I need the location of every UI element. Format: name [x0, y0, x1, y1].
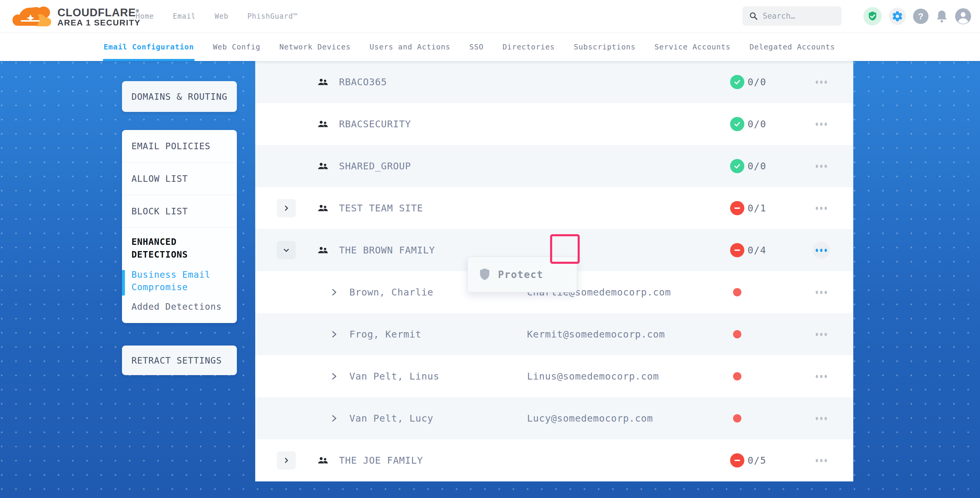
tab-web-config[interactable]: Web Config: [213, 33, 261, 61]
config-tab-bar: Email Configuration Web Config Network D…: [0, 33, 980, 61]
primary-nav: Home Email Web PhishGuard™: [135, 0, 298, 33]
tab-email-configuration[interactable]: Email Configuration: [103, 33, 194, 61]
search-icon: [749, 11, 758, 21]
row-name: SHARED_GROUP: [339, 161, 411, 172]
group-icon: [317, 455, 329, 466]
member-chevron-icon: [331, 288, 337, 296]
sidebar-item-retract-settings[interactable]: RETRACT SETTINGS: [122, 345, 237, 375]
row-menu-button[interactable]: [813, 73, 830, 91]
row-email: Linus@somedemocorp.com: [527, 371, 659, 382]
status-dot: [733, 288, 741, 296]
protection-count: 0/0: [748, 76, 767, 88]
row-menu-button[interactable]: [813, 452, 830, 469]
tab-users-and-actions[interactable]: Users and Actions: [369, 33, 450, 61]
member-chevron-icon: [331, 372, 337, 380]
nav-item-phishguard[interactable]: PhishGuard™: [247, 12, 298, 21]
sidebar-item-email-policies[interactable]: EMAIL POLICIES: [122, 130, 237, 162]
protection-count: 0/1: [748, 202, 767, 214]
nav-item-web[interactable]: Web: [215, 12, 228, 21]
table-row[interactable]: Van Pelt, Lucy Lucy@somedemocorp.com: [255, 397, 853, 439]
tab-subscriptions[interactable]: Subscriptions: [574, 33, 636, 61]
tab-delegated-accounts[interactable]: Delegated Accounts: [749, 33, 835, 61]
protection-status-icon[interactable]: [863, 7, 882, 25]
sidebar-label: BLOCK LIST: [132, 206, 188, 216]
cloudflare-logo[interactable]: CLOUDFLARE® AREA 1 SECURITY: [13, 3, 141, 30]
expand-toggle-button[interactable]: [277, 241, 296, 259]
tab-network-devices[interactable]: Network Devices: [280, 33, 351, 61]
sidebar-label: RETRACT SETTINGS: [132, 355, 222, 366]
sidebar-label: EMAIL POLICIES: [132, 141, 210, 151]
sidebar-item-allow-list[interactable]: ALLOW LIST: [122, 162, 237, 195]
row-menu-button[interactable]: [813, 200, 830, 217]
table-row[interactable]: Van Pelt, Linus Linus@somedemocorp.com: [255, 355, 853, 397]
row-menu-button[interactable]: [813, 410, 830, 427]
enhanced-detections-title: ENHANCED DETECTIONS: [132, 235, 229, 261]
status-badge: [730, 117, 745, 131]
table-row[interactable]: RBACO365 0/0: [255, 61, 853, 103]
content-area: DOMAINS & ROUTING EMAIL POLICIES ALLOW L…: [0, 61, 980, 498]
top-bar: CLOUDFLARE® AREA 1 SECURITY Home Email W…: [0, 0, 980, 33]
search-input[interactable]: [762, 11, 834, 21]
settings-gear-icon[interactable]: [889, 8, 906, 25]
row-menu-button[interactable]: [813, 116, 830, 133]
row-name: TEST TEAM SITE: [339, 202, 423, 214]
help-icon[interactable]: ?: [913, 9, 929, 24]
row-name: RBACO365: [339, 76, 387, 88]
group-icon: [317, 76, 329, 88]
nav-item-email[interactable]: Email: [173, 12, 196, 21]
row-name: Van Pelt, Linus: [349, 371, 439, 382]
shield-icon: [479, 268, 490, 281]
user-avatar-icon[interactable]: [955, 8, 971, 24]
expand-toggle-button[interactable]: [277, 199, 296, 217]
row-menu-button[interactable]: [813, 326, 830, 343]
table-row[interactable]: TEST TEAM SITE 0/1: [255, 187, 853, 229]
status-dot: [733, 330, 741, 339]
cloudflare-cloud-icon: [13, 3, 56, 30]
status-badge: [730, 453, 745, 468]
row-menu-button[interactable]: [813, 242, 830, 259]
row-name: THE BROWN FAMILY: [339, 245, 435, 256]
table-row[interactable]: Frog, Kermit Kermit@somedemocorp.com: [255, 313, 853, 355]
status-badge: [730, 75, 745, 89]
protection-count: 0/5: [748, 455, 767, 466]
row-name: RBACSECURITY: [339, 118, 411, 130]
sidebar-item-business-email-compromise[interactable]: Business Email Compromise: [132, 269, 229, 293]
row-menu-button[interactable]: [813, 284, 830, 301]
row-menu-button[interactable]: [813, 158, 830, 175]
row-name: Frog, Kermit: [349, 329, 421, 340]
tab-service-accounts[interactable]: Service Accounts: [655, 33, 731, 61]
status-badge: [730, 159, 745, 173]
sidebar-policies-card: EMAIL POLICIES ALLOW LIST BLOCK LIST ENH…: [122, 130, 237, 323]
protect-menu-item[interactable]: Protect: [498, 269, 543, 280]
sidebar-label: ALLOW LIST: [132, 173, 188, 184]
enhanced-detections-section: ENHANCED DETECTIONS Business Email Compr…: [122, 228, 237, 313]
table-row[interactable]: THE JOE FAMILY 0/5: [255, 439, 853, 481]
search-box[interactable]: [743, 6, 842, 26]
annotation-highlight-box: [550, 234, 580, 264]
row-menu-button[interactable]: [813, 368, 830, 385]
sidebar-item-block-list[interactable]: BLOCK LIST: [122, 195, 237, 228]
table-row[interactable]: SHARED_GROUP 0/0: [255, 145, 853, 187]
protection-count: 0/0: [748, 118, 767, 130]
status-dot: [733, 372, 741, 380]
tab-sso[interactable]: SSO: [469, 33, 484, 61]
row-name: THE JOE FAMILY: [339, 455, 423, 466]
area1-security-app: CLOUDFLARE® AREA 1 SECURITY Home Email W…: [0, 0, 980, 498]
brand-text: CLOUDFLARE® AREA 1 SECURITY: [57, 5, 141, 27]
notifications-bell-icon[interactable]: [935, 10, 948, 23]
nav-item-home[interactable]: Home: [135, 12, 154, 21]
sidebar-item-domains-routing[interactable]: DOMAINS & ROUTING: [122, 81, 237, 112]
protection-count: 0/4: [748, 245, 767, 256]
expand-toggle-button[interactable]: [277, 451, 296, 469]
brand-title: CLOUDFLARE®: [57, 5, 141, 18]
tab-directories[interactable]: Directories: [503, 33, 555, 61]
status-badge: [730, 201, 745, 215]
group-icon: [317, 245, 329, 256]
member-chevron-icon: [331, 331, 337, 338]
member-chevron-icon: [331, 415, 337, 422]
sidebar-label: DOMAINS & ROUTING: [132, 91, 228, 102]
row-name: Brown, Charlie: [349, 286, 433, 298]
group-icon: [317, 202, 329, 214]
sidebar-item-added-detections[interactable]: Added Detections: [132, 301, 229, 313]
table-row[interactable]: RBACSECURITY 0/0: [255, 103, 853, 145]
